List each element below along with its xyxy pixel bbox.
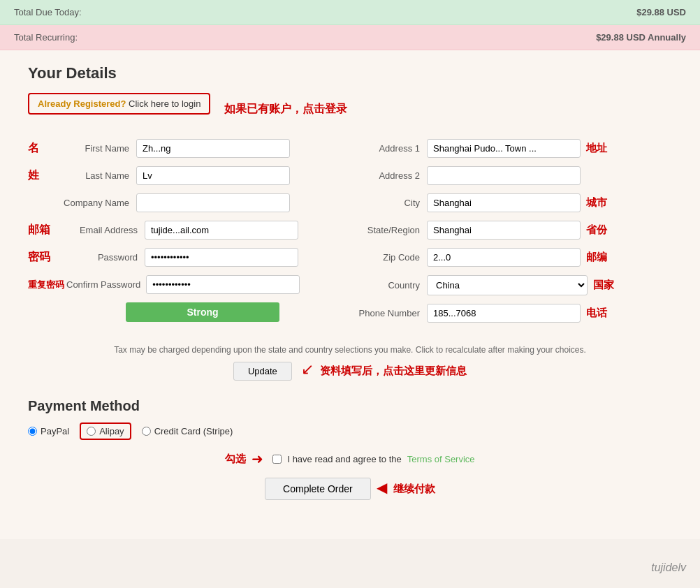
paypal-option[interactable]: PayPal: [28, 426, 69, 436]
phone-row: Phone Number 电话: [350, 304, 672, 323]
company-name-row: Company Name: [28, 193, 350, 212]
city-label: City: [350, 198, 427, 208]
password-label: Password: [54, 252, 145, 263]
country-select[interactable]: China United States Other: [427, 275, 588, 295]
paypal-label: PayPal: [41, 426, 69, 436]
address2-row: Address 2: [350, 166, 672, 185]
update-annotation: 资料填写后，点击这里更新信息: [320, 365, 467, 376]
zip-input[interactable]: [427, 248, 581, 267]
form-right: Address 1 地址 Address 2 City 城市 State/Reg…: [350, 135, 672, 335]
password-row: 密码 Password: [28, 248, 350, 267]
payment-method-title: Payment Method: [28, 398, 672, 414]
click-to-login-link[interactable]: Click here to login: [129, 98, 200, 109]
payment-section: Payment Method PayPal Alipay Credit Card…: [28, 398, 672, 500]
total-recurring-bar: Total Recurring: $29.88 USD Annually: [0, 25, 700, 50]
address1-annotation: 地址: [586, 142, 607, 155]
address1-label: Address 1: [350, 143, 427, 154]
country-annotation: 国家: [593, 279, 614, 292]
email-chinese: 邮箱: [28, 223, 50, 237]
update-row: Update ↙ 资料填写后，点击这里更新信息: [28, 360, 672, 381]
tos-link[interactable]: Terms of Service: [407, 454, 475, 464]
first-name-chinese: 名: [28, 141, 42, 156]
stripe-label: Credit Card (Stripe): [154, 426, 233, 436]
total-due-bar: Total Due Today: $29.88 USD: [0, 0, 700, 25]
address1-row: Address 1 地址: [350, 139, 672, 158]
stripe-radio[interactable]: [142, 427, 151, 436]
city-row: City 城市: [350, 193, 672, 212]
alipay-box[interactable]: Alipay: [80, 422, 131, 440]
login-annotation: 如果已有账户，点击登录: [224, 102, 347, 117]
confirm-password-label: Confirm Password: [66, 279, 146, 290]
first-name-input[interactable]: [136, 139, 290, 158]
city-annotation: 城市: [586, 196, 607, 210]
total-recurring-value: $29.88 USD Annually: [596, 32, 686, 43]
form-left: 名 First Name 姓 Last Name Company Name 邮箱…: [28, 135, 350, 335]
password-strength-bar: Strong: [126, 302, 279, 322]
confirm-password-row: 重复密码 Confirm Password: [28, 275, 350, 294]
company-name-label: Company Name: [45, 198, 136, 208]
first-name-label: First Name: [45, 143, 136, 154]
company-name-input[interactable]: [136, 193, 290, 212]
state-input[interactable]: [427, 221, 581, 240]
state-annotation: 省份: [586, 223, 607, 237]
zip-label: Zip Code: [350, 252, 427, 263]
check-annotation: 勾选: [225, 453, 246, 466]
email-input[interactable]: [145, 221, 298, 240]
tos-row: 勾选 ➜ I have read and agree to the Terms …: [28, 450, 672, 467]
complete-order-row: Complete Order ◀ 继续付款: [28, 478, 672, 500]
last-name-input[interactable]: [136, 166, 290, 185]
phone-annotation: 电话: [586, 307, 607, 320]
tos-checkbox[interactable]: [272, 455, 282, 464]
credit-card-option[interactable]: Credit Card (Stripe): [142, 426, 233, 436]
last-name-label: Last Name: [45, 170, 136, 181]
already-registered-box[interactable]: Already Registered? Click here to login: [28, 93, 210, 115]
main-content: Your Details Already Registered? Click h…: [0, 50, 700, 539]
alipay-radio[interactable]: [87, 427, 96, 436]
total-due-label: Total Due Today:: [14, 7, 82, 17]
address2-label: Address 2: [350, 170, 427, 181]
total-recurring-label: Total Recurring:: [14, 32, 78, 43]
city-input[interactable]: [427, 193, 581, 212]
tax-notice: Tax may be charged depending upon the st…: [28, 345, 672, 355]
country-row: Country China United States Other 国家: [350, 275, 672, 295]
alipay-label: Alipay: [99, 426, 124, 436]
state-row: State/Region 省份: [350, 221, 672, 240]
update-button[interactable]: Update: [233, 362, 292, 381]
complete-order-button[interactable]: Complete Order: [265, 478, 371, 500]
paypal-radio[interactable]: [28, 427, 37, 436]
your-details-title: Your Details: [28, 64, 672, 82]
email-row: 邮箱 Email Address: [28, 221, 350, 240]
last-name-row: 姓 Last Name: [28, 166, 350, 185]
form-grid: 名 First Name 姓 Last Name Company Name 邮箱…: [28, 135, 672, 335]
confirm-password-input[interactable]: [146, 275, 300, 294]
state-label: State/Region: [350, 225, 427, 235]
email-label: Email Address: [54, 225, 145, 235]
address2-input[interactable]: [427, 166, 581, 185]
phone-input[interactable]: [427, 304, 581, 323]
payment-methods-row: PayPal Alipay Credit Card (Stripe): [28, 422, 672, 440]
password-chinese: 密码: [28, 250, 50, 265]
address1-input[interactable]: [427, 139, 581, 158]
first-name-row: 名 First Name: [28, 139, 350, 158]
zip-annotation: 邮编: [586, 251, 607, 264]
last-name-chinese: 姓: [28, 168, 42, 183]
password-input[interactable]: [145, 248, 298, 267]
phone-label: Phone Number: [350, 308, 427, 318]
country-label: Country: [350, 280, 427, 291]
total-due-value: $29.88 USD: [636, 7, 686, 17]
zip-row: Zip Code 邮编: [350, 248, 672, 267]
tos-text: I have read and agree to the: [287, 454, 401, 464]
confirm-password-chinese: 重复密码: [28, 279, 64, 291]
complete-annotation: 继续付款: [393, 483, 435, 494]
already-registered-bold: Already Registered?: [38, 98, 126, 109]
